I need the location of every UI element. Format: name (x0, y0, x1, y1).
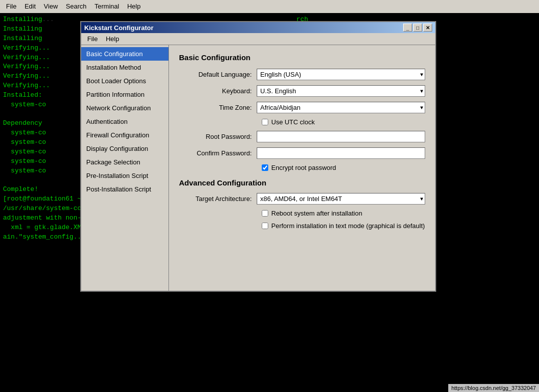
confirm-password-label: Confirm Password: (179, 149, 257, 157)
encrypt-root-label[interactable]: Encrypt root password (271, 164, 336, 171)
dialog-body: Basic Configuration Installation Method … (81, 45, 435, 291)
menu-terminal[interactable]: Terminal (91, 1, 123, 12)
root-password-label: Root Password: (179, 133, 257, 140)
sidebar-item-display-configuration[interactable]: Display Configuration (81, 142, 168, 155)
sidebar-item-installation-method[interactable]: Installation Method (81, 61, 168, 74)
default-language-select-wrapper: English (USA) English (UK) French German… (257, 69, 425, 80)
use-utc-label[interactable]: Use UTC clock (271, 118, 315, 126)
target-arch-row: Target Architecture: x86, AMD64, or Inte… (179, 193, 425, 205)
default-language-row: Default Language: English (USA) English … (179, 69, 425, 80)
timezone-control: Africa/Abidjan America/New_York Europe/L… (257, 102, 425, 113)
use-utc-row: Use UTC clock (179, 118, 425, 126)
sidebar-item-basic-configuration[interactable]: Basic Configuration (81, 47, 168, 61)
url-bar: https://blog.csdn.net/gg_37332047 (448, 384, 539, 392)
menu-bar: File Edit View Search Terminal Help (0, 0, 539, 13)
dialog-titlebar: Kickstart Configurator _ □ ✕ (81, 22, 435, 33)
timezone-label: Time Zone: (179, 104, 257, 111)
text-mode-checkbox[interactable] (262, 223, 268, 229)
root-password-row: Root Password: (179, 131, 425, 142)
reboot-checkbox[interactable] (262, 210, 268, 217)
sidebar-item-pre-installation-script[interactable]: Pre-Installation Script (81, 169, 168, 182)
default-language-control: English (USA) English (UK) French German… (257, 69, 425, 80)
sidebar-item-post-installation-script[interactable]: Post-Installation Script (81, 182, 168, 196)
sidebar-item-partition-information[interactable]: Partition Information (81, 88, 168, 101)
sidebar: Basic Configuration Installation Method … (81, 45, 169, 291)
confirm-password-input[interactable] (257, 147, 425, 159)
confirm-password-row: Confirm Password: (179, 147, 425, 159)
dialog-title: Kickstart Configurator (84, 24, 153, 32)
minimize-button[interactable]: _ (403, 24, 412, 32)
encrypt-root-checkbox[interactable] (262, 164, 268, 171)
default-language-select[interactable]: English (USA) English (UK) French German… (257, 69, 425, 80)
target-arch-control: x86, AMD64, or Intel EM64T x86 only ARM … (257, 193, 425, 205)
kickstart-dialog: Kickstart Configurator _ □ ✕ File Help B… (80, 21, 436, 292)
reboot-row: Reboot system after installation (179, 210, 425, 217)
sidebar-item-boot-loader-options[interactable]: Boot Loader Options (81, 74, 168, 88)
keyboard-select[interactable]: U.S. English French German Spanish (257, 85, 425, 97)
target-arch-select[interactable]: x86, AMD64, or Intel EM64T x86 only ARM (257, 193, 425, 205)
advanced-config-title: Advanced Configuration (179, 178, 425, 187)
text-mode-row: Perform installation in text mode (graph… (179, 222, 425, 230)
dialog-menubar: File Help (81, 33, 435, 45)
sidebar-item-firewall-configuration[interactable]: Firewall Configuration (81, 128, 168, 142)
keyboard-control: U.S. English French German Spanish ▼ (257, 85, 425, 97)
keyboard-row: Keyboard: U.S. English French German Spa… (179, 85, 425, 97)
keyboard-label: Keyboard: (179, 87, 257, 95)
encrypt-root-row: Encrypt root password (179, 164, 425, 171)
root-password-input[interactable] (257, 131, 425, 142)
sidebar-item-network-configuration[interactable]: Network Configuration (81, 101, 168, 115)
default-language-label: Default Language: (179, 71, 257, 78)
text-mode-label[interactable]: Perform installation in text mode (graph… (271, 222, 425, 230)
timezone-select[interactable]: Africa/Abidjan America/New_York Europe/L… (257, 102, 425, 113)
target-arch-label: Target Architecture: (179, 195, 257, 203)
dialog-menu-help[interactable]: Help (102, 34, 123, 44)
use-utc-checkbox[interactable] (262, 119, 268, 125)
root-password-control (257, 131, 425, 142)
reboot-label[interactable]: Reboot system after installation (271, 210, 362, 217)
dialog-menu-file[interactable]: File (83, 34, 102, 44)
menu-view[interactable]: View (40, 1, 62, 12)
menu-search[interactable]: Search (62, 1, 90, 12)
menu-file[interactable]: File (2, 1, 21, 12)
timezone-select-wrapper: Africa/Abidjan America/New_York Europe/L… (257, 102, 425, 113)
menu-help[interactable]: Help (123, 1, 145, 12)
basic-config-title: Basic Configuration (179, 53, 425, 62)
main-content: Basic Configuration Default Language: En… (169, 45, 435, 291)
keyboard-select-wrapper: U.S. English French German Spanish ▼ (257, 85, 425, 97)
confirm-password-control (257, 147, 425, 159)
close-button[interactable]: ✕ (423, 24, 432, 32)
target-arch-select-wrapper: x86, AMD64, or Intel EM64T x86 only ARM … (257, 193, 425, 205)
sidebar-item-authentication[interactable]: Authentication (81, 115, 168, 128)
sidebar-item-package-selection[interactable]: Package Selection (81, 155, 168, 169)
timezone-row: Time Zone: Africa/Abidjan America/New_Yo… (179, 102, 425, 113)
maximize-button[interactable]: □ (413, 24, 422, 32)
menu-edit[interactable]: Edit (21, 1, 40, 12)
titlebar-buttons: _ □ ✕ (403, 24, 432, 32)
